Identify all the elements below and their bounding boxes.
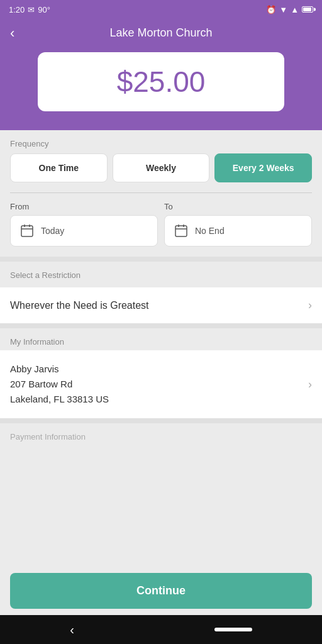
amount-section: $25.00 [0,52,322,130]
gmail-icon: ✉ [28,5,35,14]
page-title: Lake Morton Church [109,26,212,40]
amount-value: $25.00 [50,65,272,99]
status-left: 1:20 ✉ 90° [9,5,50,14]
amount-card: $25.00 [38,52,284,111]
frequency-label: Frequency [0,130,322,153]
back-button[interactable]: ‹ [10,25,14,42]
alarm-icon: ⏰ [266,5,276,14]
my-info-chevron-icon: › [308,378,312,391]
to-date-input[interactable]: No End [164,215,312,247]
temp-display: 90° [38,5,50,14]
my-info-label: My Information [0,328,322,350]
header: ‹ Lake Morton Church [0,19,322,52]
freq-weekly[interactable]: Weekly [113,153,210,182]
time-display: 1:20 [9,5,25,14]
my-info-text: Abby Jarvis 207 Bartow Rd Lakeland, FL 3… [10,362,109,407]
calendar-to-icon [174,223,189,238]
to-field: To No End [164,202,312,247]
frequency-divider [10,192,312,193]
bottom-back-icon[interactable]: ‹ [70,623,74,637]
status-right: ⏰ ▼ ▲ [266,5,313,14]
section-sep-3 [0,418,322,423]
from-date-input[interactable]: Today [10,215,158,247]
freq-every-2-weeks[interactable]: Every 2 Weeks [214,153,312,182]
to-label: To [164,202,312,211]
my-info-address1: 207 Bartow Rd [10,377,109,392]
wifi-icon: ▼ [279,5,287,14]
restriction-item[interactable]: Wherever the Need is Greatest › [0,287,322,323]
calendar-from-icon [19,223,35,238]
my-info-item[interactable]: Abby Jarvis 207 Bartow Rd Lakeland, FL 3… [0,350,322,418]
restriction-chevron-icon: › [308,299,312,312]
date-row: From Today To No End [0,202,322,257]
restriction-value: Wherever the Need is Greatest [10,300,149,311]
continue-button[interactable]: Continue [10,573,312,609]
from-field: From Today [10,202,158,247]
to-date-value: No End [195,226,225,236]
restriction-section: Select a Restriction [0,262,322,284]
continue-bar: Continue [0,567,322,615]
freq-one-time[interactable]: One Time [10,153,108,182]
svg-rect-0 [21,226,33,236]
battery-icon [302,6,313,13]
payment-section: Payment Information [0,423,322,444]
svg-rect-4 [175,226,187,236]
my-info-address2: Lakeland, FL 33813 US [10,392,109,407]
restriction-label: Select a Restriction [10,270,312,280]
my-info-name: Abby Jarvis [10,362,109,377]
frequency-options: One Time Weekly Every 2 Weeks [0,153,322,190]
status-bar: 1:20 ✉ 90° ⏰ ▼ ▲ [0,0,322,19]
section-sep-2 [0,323,322,328]
from-date-value: Today [41,226,64,236]
bottom-nav-bar: ‹ [0,615,322,644]
signal-icon: ▲ [291,5,299,14]
bottom-home-indicator[interactable] [214,628,252,631]
payment-label: Payment Information [0,423,322,444]
section-sep-1 [0,257,322,262]
from-label: From [10,202,158,211]
